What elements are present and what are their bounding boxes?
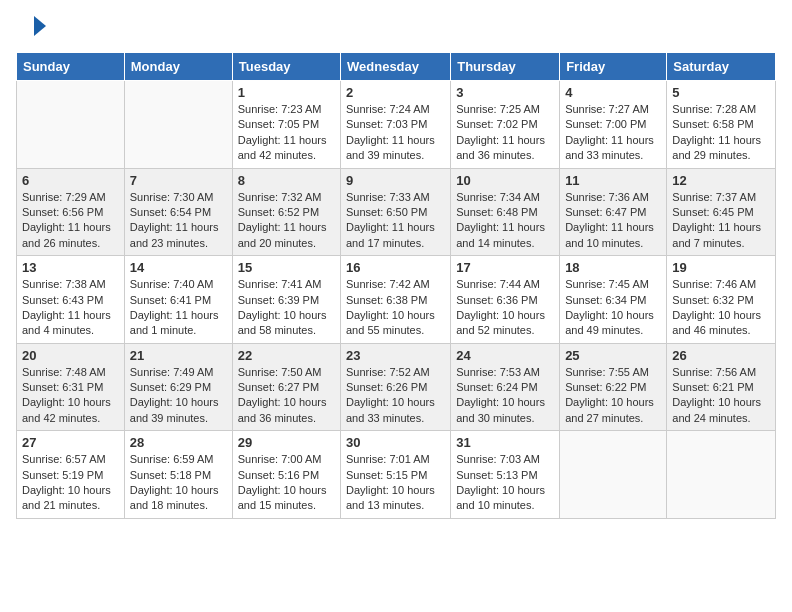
day-number: 30	[346, 435, 445, 450]
day-number: 28	[130, 435, 227, 450]
calendar-cell: 9Sunrise: 7:33 AM Sunset: 6:50 PM Daylig…	[341, 168, 451, 256]
calendar-cell: 23Sunrise: 7:52 AM Sunset: 6:26 PM Dayli…	[341, 343, 451, 431]
day-number: 4	[565, 85, 661, 100]
day-info: Sunrise: 7:49 AM Sunset: 6:29 PM Dayligh…	[130, 365, 227, 427]
day-number: 17	[456, 260, 554, 275]
logo	[16, 16, 48, 40]
calendar-cell: 25Sunrise: 7:55 AM Sunset: 6:22 PM Dayli…	[560, 343, 667, 431]
day-info: Sunrise: 7:28 AM Sunset: 6:58 PM Dayligh…	[672, 102, 770, 164]
day-number: 13	[22, 260, 119, 275]
calendar-cell: 22Sunrise: 7:50 AM Sunset: 6:27 PM Dayli…	[232, 343, 340, 431]
day-number: 14	[130, 260, 227, 275]
day-number: 8	[238, 173, 335, 188]
day-info: Sunrise: 7:42 AM Sunset: 6:38 PM Dayligh…	[346, 277, 445, 339]
calendar-cell	[124, 81, 232, 169]
calendar-cell: 15Sunrise: 7:41 AM Sunset: 6:39 PM Dayli…	[232, 256, 340, 344]
day-info: Sunrise: 6:59 AM Sunset: 5:18 PM Dayligh…	[130, 452, 227, 514]
calendar-header-row: SundayMondayTuesdayWednesdayThursdayFrid…	[17, 53, 776, 81]
day-info: Sunrise: 7:41 AM Sunset: 6:39 PM Dayligh…	[238, 277, 335, 339]
calendar-cell: 18Sunrise: 7:45 AM Sunset: 6:34 PM Dayli…	[560, 256, 667, 344]
day-number: 23	[346, 348, 445, 363]
day-number: 5	[672, 85, 770, 100]
calendar-cell: 14Sunrise: 7:40 AM Sunset: 6:41 PM Dayli…	[124, 256, 232, 344]
day-info: Sunrise: 7:56 AM Sunset: 6:21 PM Dayligh…	[672, 365, 770, 427]
day-info: Sunrise: 7:36 AM Sunset: 6:47 PM Dayligh…	[565, 190, 661, 252]
calendar-cell: 10Sunrise: 7:34 AM Sunset: 6:48 PM Dayli…	[451, 168, 560, 256]
calendar-week-row: 6Sunrise: 7:29 AM Sunset: 6:56 PM Daylig…	[17, 168, 776, 256]
calendar-week-row: 27Sunrise: 6:57 AM Sunset: 5:19 PM Dayli…	[17, 431, 776, 519]
day-info: Sunrise: 7:50 AM Sunset: 6:27 PM Dayligh…	[238, 365, 335, 427]
day-info: Sunrise: 7:55 AM Sunset: 6:22 PM Dayligh…	[565, 365, 661, 427]
calendar-cell: 16Sunrise: 7:42 AM Sunset: 6:38 PM Dayli…	[341, 256, 451, 344]
day-info: Sunrise: 7:34 AM Sunset: 6:48 PM Dayligh…	[456, 190, 554, 252]
day-number: 7	[130, 173, 227, 188]
day-info: Sunrise: 7:23 AM Sunset: 7:05 PM Dayligh…	[238, 102, 335, 164]
page: SundayMondayTuesdayWednesdayThursdayFrid…	[0, 0, 792, 535]
calendar-table: SundayMondayTuesdayWednesdayThursdayFrid…	[16, 52, 776, 519]
day-number: 10	[456, 173, 554, 188]
calendar-header-friday: Friday	[560, 53, 667, 81]
day-number: 12	[672, 173, 770, 188]
calendar-cell: 20Sunrise: 7:48 AM Sunset: 6:31 PM Dayli…	[17, 343, 125, 431]
day-info: Sunrise: 7:38 AM Sunset: 6:43 PM Dayligh…	[22, 277, 119, 339]
calendar-cell: 2Sunrise: 7:24 AM Sunset: 7:03 PM Daylig…	[341, 81, 451, 169]
day-info: Sunrise: 7:24 AM Sunset: 7:03 PM Dayligh…	[346, 102, 445, 164]
day-info: Sunrise: 7:27 AM Sunset: 7:00 PM Dayligh…	[565, 102, 661, 164]
day-number: 16	[346, 260, 445, 275]
day-info: Sunrise: 7:46 AM Sunset: 6:32 PM Dayligh…	[672, 277, 770, 339]
calendar-week-row: 20Sunrise: 7:48 AM Sunset: 6:31 PM Dayli…	[17, 343, 776, 431]
day-info: Sunrise: 7:52 AM Sunset: 6:26 PM Dayligh…	[346, 365, 445, 427]
day-number: 29	[238, 435, 335, 450]
calendar-cell: 6Sunrise: 7:29 AM Sunset: 6:56 PM Daylig…	[17, 168, 125, 256]
day-info: Sunrise: 7:33 AM Sunset: 6:50 PM Dayligh…	[346, 190, 445, 252]
day-info: Sunrise: 7:44 AM Sunset: 6:36 PM Dayligh…	[456, 277, 554, 339]
calendar-cell	[17, 81, 125, 169]
day-info: Sunrise: 7:40 AM Sunset: 6:41 PM Dayligh…	[130, 277, 227, 339]
calendar-cell: 31Sunrise: 7:03 AM Sunset: 5:13 PM Dayli…	[451, 431, 560, 519]
calendar-cell: 8Sunrise: 7:32 AM Sunset: 6:52 PM Daylig…	[232, 168, 340, 256]
calendar-cell	[667, 431, 776, 519]
day-number: 24	[456, 348, 554, 363]
day-number: 15	[238, 260, 335, 275]
calendar-cell: 7Sunrise: 7:30 AM Sunset: 6:54 PM Daylig…	[124, 168, 232, 256]
calendar-cell: 13Sunrise: 7:38 AM Sunset: 6:43 PM Dayli…	[17, 256, 125, 344]
calendar-header-thursday: Thursday	[451, 53, 560, 81]
calendar-cell: 11Sunrise: 7:36 AM Sunset: 6:47 PM Dayli…	[560, 168, 667, 256]
calendar-cell: 1Sunrise: 7:23 AM Sunset: 7:05 PM Daylig…	[232, 81, 340, 169]
calendar-cell: 3Sunrise: 7:25 AM Sunset: 7:02 PM Daylig…	[451, 81, 560, 169]
day-number: 2	[346, 85, 445, 100]
day-number: 31	[456, 435, 554, 450]
day-number: 11	[565, 173, 661, 188]
calendar-header-saturday: Saturday	[667, 53, 776, 81]
calendar-cell: 5Sunrise: 7:28 AM Sunset: 6:58 PM Daylig…	[667, 81, 776, 169]
calendar-cell: 19Sunrise: 7:46 AM Sunset: 6:32 PM Dayli…	[667, 256, 776, 344]
day-number: 3	[456, 85, 554, 100]
calendar-header-tuesday: Tuesday	[232, 53, 340, 81]
calendar-cell: 21Sunrise: 7:49 AM Sunset: 6:29 PM Dayli…	[124, 343, 232, 431]
calendar-cell: 28Sunrise: 6:59 AM Sunset: 5:18 PM Dayli…	[124, 431, 232, 519]
calendar-cell: 17Sunrise: 7:44 AM Sunset: 6:36 PM Dayli…	[451, 256, 560, 344]
day-info: Sunrise: 7:32 AM Sunset: 6:52 PM Dayligh…	[238, 190, 335, 252]
calendar-cell: 27Sunrise: 6:57 AM Sunset: 5:19 PM Dayli…	[17, 431, 125, 519]
day-info: Sunrise: 7:03 AM Sunset: 5:13 PM Dayligh…	[456, 452, 554, 514]
day-number: 18	[565, 260, 661, 275]
calendar-cell: 4Sunrise: 7:27 AM Sunset: 7:00 PM Daylig…	[560, 81, 667, 169]
day-info: Sunrise: 7:53 AM Sunset: 6:24 PM Dayligh…	[456, 365, 554, 427]
calendar-cell: 26Sunrise: 7:56 AM Sunset: 6:21 PM Dayli…	[667, 343, 776, 431]
calendar-header-monday: Monday	[124, 53, 232, 81]
calendar-cell: 12Sunrise: 7:37 AM Sunset: 6:45 PM Dayli…	[667, 168, 776, 256]
day-number: 26	[672, 348, 770, 363]
day-info: Sunrise: 7:00 AM Sunset: 5:16 PM Dayligh…	[238, 452, 335, 514]
day-number: 20	[22, 348, 119, 363]
header	[16, 16, 776, 40]
calendar-cell: 30Sunrise: 7:01 AM Sunset: 5:15 PM Dayli…	[341, 431, 451, 519]
day-number: 27	[22, 435, 119, 450]
day-info: Sunrise: 7:45 AM Sunset: 6:34 PM Dayligh…	[565, 277, 661, 339]
svg-marker-0	[34, 16, 46, 36]
calendar-week-row: 1Sunrise: 7:23 AM Sunset: 7:05 PM Daylig…	[17, 81, 776, 169]
calendar-cell: 29Sunrise: 7:00 AM Sunset: 5:16 PM Dayli…	[232, 431, 340, 519]
calendar-header-sunday: Sunday	[17, 53, 125, 81]
day-info: Sunrise: 7:48 AM Sunset: 6:31 PM Dayligh…	[22, 365, 119, 427]
day-info: Sunrise: 7:37 AM Sunset: 6:45 PM Dayligh…	[672, 190, 770, 252]
calendar-week-row: 13Sunrise: 7:38 AM Sunset: 6:43 PM Dayli…	[17, 256, 776, 344]
